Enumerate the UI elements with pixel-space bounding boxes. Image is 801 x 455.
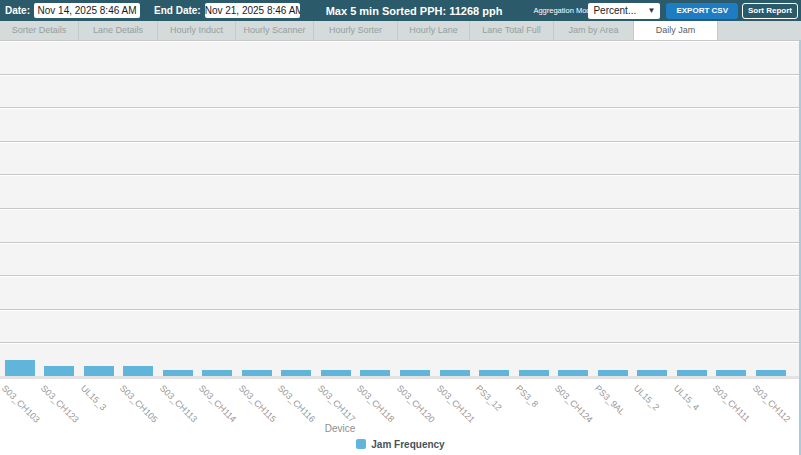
bar-PS3_12[interactable] bbox=[479, 370, 509, 376]
x-axis-label: S03_CH111 bbox=[711, 383, 752, 424]
x-axis-label: UL15_4 bbox=[672, 383, 701, 412]
bar-S03_CH120[interactable] bbox=[400, 370, 430, 376]
aggregation-mode-select[interactable]: Percent... ▼ bbox=[588, 3, 660, 19]
x-axis-labels: S03_CH103S03_CH123UL15_3S03_CH105S03_CH1… bbox=[0, 379, 799, 423]
x-axis-label: S03_CH116 bbox=[276, 383, 317, 424]
header-bar: Date: End Date: Max 5 min Sorted PPH: 11… bbox=[0, 0, 801, 21]
x-axis-label: S03_CH121 bbox=[434, 383, 476, 425]
x-axis-label: UL15_3 bbox=[79, 383, 108, 412]
legend-item-jam-frequency[interactable]: Jam Frequency bbox=[0, 436, 801, 452]
x-axis-label: PS3_12 bbox=[474, 383, 504, 413]
x-axis-label: PS3_8 bbox=[514, 383, 540, 409]
chevron-down-icon: ▼ bbox=[648, 6, 656, 15]
tab-lane-details[interactable]: Lane Details bbox=[79, 21, 158, 40]
x-axis-label: S03_CH103 bbox=[0, 383, 41, 425]
bar-S03_CH112[interactable] bbox=[756, 370, 786, 376]
tab-lane-total-full[interactable]: Lane Total Full bbox=[470, 21, 554, 40]
x-axis-label: S03_CH120 bbox=[395, 383, 437, 425]
tab-bar: Sorter DetailsLane DetailsHourly InductH… bbox=[0, 21, 801, 40]
tab-hourly-sorter-details[interactable]: Hourly Sorter Details bbox=[314, 21, 398, 40]
bar-S03_CH103[interactable] bbox=[5, 360, 35, 376]
bar-S03_CH116[interactable] bbox=[281, 370, 311, 376]
bar-S03_CH124[interactable] bbox=[558, 370, 588, 376]
x-axis-title: Device bbox=[0, 423, 680, 436]
max-sorted-pph-text: Max 5 min Sorted PPH: 11268 pph bbox=[326, 5, 503, 17]
aggregation-mode-value: Percent... bbox=[593, 5, 636, 16]
bar-PS3_9AL[interactable] bbox=[598, 370, 628, 376]
bar-PS3_8[interactable] bbox=[519, 370, 549, 376]
x-axis-label: S03_CH112 bbox=[751, 383, 792, 424]
tab-jam-by-area[interactable]: Jam by Area bbox=[554, 21, 634, 40]
bar-S03_CH114[interactable] bbox=[202, 370, 232, 376]
aggregation-mode-label: Aggregation Mode: bbox=[533, 7, 585, 15]
x-axis-label: PS3_9AL bbox=[593, 383, 627, 417]
bar-UL15_2[interactable] bbox=[637, 370, 667, 376]
x-axis-label: S03_CH117 bbox=[316, 383, 357, 424]
bar-S03_CH113[interactable] bbox=[163, 370, 193, 376]
x-axis-label: S03_CH113 bbox=[158, 383, 199, 424]
legend-swatch-icon bbox=[356, 439, 366, 449]
x-axis-label: UL15_2 bbox=[632, 383, 661, 412]
bar-S03_CH115[interactable] bbox=[242, 370, 272, 376]
chart-plot-area bbox=[0, 40, 799, 376]
bar-S03_CH118[interactable] bbox=[360, 370, 390, 376]
x-axis-label: S03_CH118 bbox=[355, 383, 396, 424]
x-axis-label: S03_CH124 bbox=[553, 383, 595, 425]
export-csv-button[interactable]: EXPORT CSV bbox=[666, 3, 738, 19]
sort-report-button[interactable]: Sort Report bbox=[742, 3, 798, 19]
bar-S03_CH111[interactable] bbox=[716, 370, 746, 376]
end-date-label: End Date: bbox=[154, 5, 201, 16]
end-date-input[interactable] bbox=[205, 3, 300, 18]
tab-hourly-scanner[interactable]: Hourly Scanner bbox=[236, 21, 314, 40]
bar-S03_CH105[interactable] bbox=[123, 366, 153, 376]
tab-sorter-details[interactable]: Sorter Details bbox=[0, 21, 79, 40]
bar-UL15_3[interactable] bbox=[84, 366, 114, 376]
x-axis-label: S03_CH105 bbox=[118, 383, 160, 425]
x-axis-label: S03_CH115 bbox=[237, 383, 278, 424]
tab-hourly-lane[interactable]: Hourly Lane bbox=[398, 21, 470, 40]
bar-S03_CH117[interactable] bbox=[321, 370, 351, 376]
bar-S03_CH123[interactable] bbox=[44, 366, 74, 376]
bar-S03_CH121[interactable] bbox=[440, 370, 470, 376]
daily-jam-frequency-chart: S03_CH103S03_CH123UL15_3S03_CH105S03_CH1… bbox=[0, 40, 801, 455]
legend-label: Jam Frequency bbox=[371, 439, 444, 450]
tab-daily-jam-frequency[interactable]: Daily Jam Frequency bbox=[634, 21, 718, 40]
x-axis-label: S03_CH123 bbox=[39, 383, 81, 425]
tab-hourly-induct[interactable]: Hourly Induct bbox=[158, 21, 236, 40]
start-date-label: Date: bbox=[5, 5, 30, 16]
bar-UL15_4[interactable] bbox=[677, 370, 707, 376]
start-date-input[interactable] bbox=[34, 3, 140, 18]
x-axis-label: S03_CH114 bbox=[197, 383, 238, 424]
